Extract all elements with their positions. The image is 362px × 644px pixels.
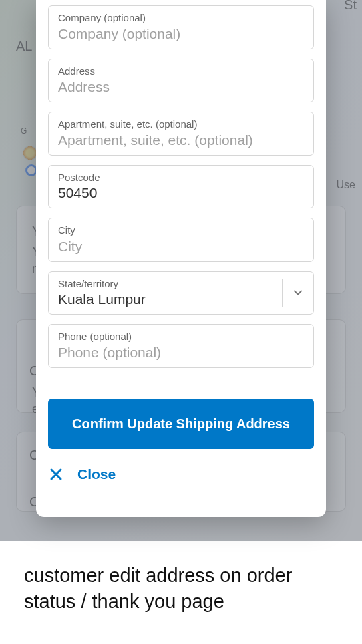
caption-text: customer edit address on order status / … bbox=[24, 562, 342, 615]
postcode-label: Postcode bbox=[58, 171, 304, 184]
close-icon bbox=[49, 468, 63, 481]
company-label: Company (optional) bbox=[58, 11, 304, 25]
apartment-label: Apartment, suite, etc. (optional) bbox=[58, 118, 304, 131]
company-field-wrapper[interactable]: Company (optional) bbox=[48, 5, 314, 49]
phone-label: Phone (optional) bbox=[58, 330, 304, 343]
close-label: Close bbox=[77, 466, 116, 482]
close-button[interactable]: Close bbox=[48, 464, 117, 485]
state-select[interactable]: State/territory Kuala Lumpur bbox=[48, 271, 314, 315]
address-label: Address bbox=[58, 65, 304, 78]
confirm-update-shipping-address-button[interactable]: Confirm Update Shipping Address bbox=[48, 399, 314, 449]
select-divider bbox=[282, 279, 283, 308]
city-field-wrapper[interactable]: City bbox=[48, 218, 314, 262]
state-value: Kuala Lumpur bbox=[58, 290, 280, 307]
postcode-input[interactable] bbox=[58, 184, 304, 201]
postcode-field-wrapper[interactable]: Postcode bbox=[48, 165, 314, 209]
city-input[interactable] bbox=[58, 237, 304, 255]
phone-input[interactable] bbox=[58, 343, 304, 361]
city-label: City bbox=[58, 224, 304, 237]
address-input[interactable] bbox=[58, 77, 304, 95]
phone-field-wrapper[interactable]: Phone (optional) bbox=[48, 324, 314, 368]
apartment-field-wrapper[interactable]: Apartment, suite, etc. (optional) bbox=[48, 112, 314, 156]
state-label: State/territory bbox=[58, 277, 280, 291]
edit-shipping-address-modal: Company (optional) Address Apartment, su… bbox=[36, 0, 326, 517]
company-input[interactable] bbox=[58, 25, 304, 42]
apartment-input[interactable] bbox=[58, 131, 304, 148]
chevron-down-icon bbox=[293, 288, 303, 297]
address-field-wrapper[interactable]: Address bbox=[48, 59, 314, 103]
